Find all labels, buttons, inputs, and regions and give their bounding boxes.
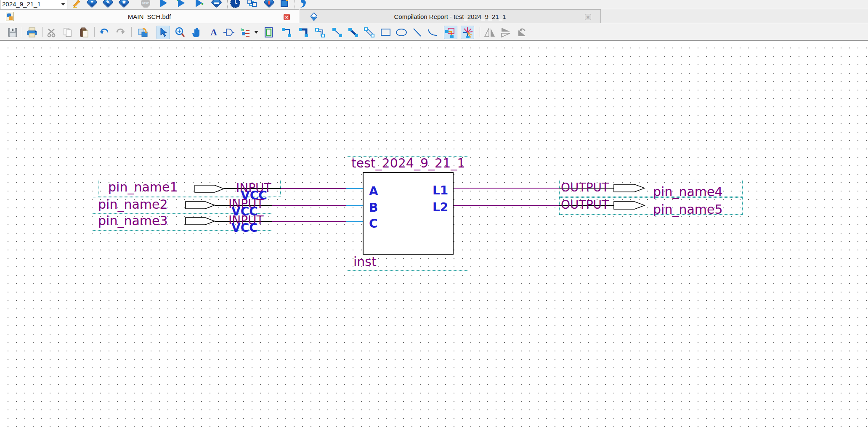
analysis-synthesis-button[interactable]: = xyxy=(86,0,99,9)
zoom-tool-button[interactable] xyxy=(173,26,187,39)
input-pin-1-symbol[interactable] xyxy=(194,185,225,193)
output-pin-4-name[interactable]: pin_name4 xyxy=(653,186,723,198)
bus-line-tool-button[interactable] xyxy=(347,26,360,39)
selection-tool-button[interactable] xyxy=(157,26,170,39)
output-pin-5-direction-label: OUTPUT xyxy=(561,199,609,211)
detach-window-button[interactable] xyxy=(136,26,150,39)
ellipse-tool-button[interactable] xyxy=(395,26,408,39)
quartus-window: 2024_9_21_1 = ✎ ✖ STOP ✓ ● ▬ ▮ xyxy=(0,0,868,428)
tab-compilation-report-title: Compilation Report - test_2024_9_21_1 xyxy=(300,13,600,20)
node-line-tool-button[interactable] xyxy=(331,26,344,39)
save-button[interactable] xyxy=(6,26,19,39)
schematic-toolbar: A in xyxy=(0,23,868,41)
toolbar-separator xyxy=(42,27,42,37)
line-tool-button[interactable] xyxy=(411,26,424,39)
design-assistant-button[interactable]: ▮ xyxy=(263,0,276,9)
print-button[interactable] xyxy=(25,26,39,39)
orthogonal-bus-tool-button[interactable] xyxy=(297,26,311,39)
tab-compilation-report-close-icon[interactable]: ✕ xyxy=(585,14,591,20)
conduit-line-tool-button[interactable] xyxy=(363,26,376,39)
block-port-l2-label: L2 xyxy=(433,202,448,213)
block-port-b-stub[interactable] xyxy=(346,205,363,206)
pan-hand-tool-button[interactable] xyxy=(190,26,204,39)
tab-main-sch[interactable]: MAIN_SCH.bdf ✕ xyxy=(0,9,299,23)
input-pin-1-name[interactable]: pin_name1 xyxy=(108,181,178,194)
stop-compilation-button[interactable]: STOP xyxy=(140,0,153,9)
input-pin-3-default-level-label: VCC xyxy=(231,222,258,234)
fitter-button[interactable]: ✎ xyxy=(102,0,115,9)
copy-button[interactable] xyxy=(61,26,74,39)
cut-button[interactable] xyxy=(45,26,59,39)
net-wire-b[interactable] xyxy=(272,205,346,206)
block-port-a-label: A xyxy=(369,186,378,197)
main-toolbar: 2024_9_21_1 = ✎ ✖ STOP ✓ ● ▬ ▮ xyxy=(0,0,868,9)
netlist-viewer-button[interactable] xyxy=(247,0,259,9)
schematic-canvas[interactable]: pin_name1 INPUT VCC pin_name2 INPUT VCC … xyxy=(0,41,868,428)
assignment-editor-icon[interactable] xyxy=(71,0,83,9)
block-port-l1-label: L1 xyxy=(433,185,448,197)
stop-sign-icon: STOP xyxy=(141,0,150,8)
tcl-console-button[interactable] xyxy=(298,0,311,9)
output-pin-5-name[interactable]: pin_name5 xyxy=(653,203,723,216)
paste-button[interactable] xyxy=(77,26,91,39)
start-analysis-button[interactable]: ✓ xyxy=(175,0,188,9)
revision-combobox-value: 2024_9_21_1 xyxy=(2,0,41,8)
document-tabbar: MAIN_SCH.bdf ✕ Compilation Report - test… xyxy=(0,9,868,23)
pin-tool-button[interactable]: in xyxy=(239,26,252,39)
net-wire-a[interactable] xyxy=(281,188,346,189)
toolbar-separator xyxy=(227,0,228,9)
net-wire-l2[interactable] xyxy=(454,205,559,206)
rubberbanding-toggle-button[interactable] xyxy=(444,26,457,39)
redo-button[interactable] xyxy=(114,26,127,39)
arc-tool-button[interactable] xyxy=(426,26,439,39)
block-port-c-stub[interactable] xyxy=(346,221,363,222)
block-type-name[interactable]: test_2024_9_21_1 xyxy=(351,157,465,170)
block-port-a-stub[interactable] xyxy=(346,188,363,189)
symbol-tool-button[interactable] xyxy=(222,26,236,39)
orthogonal-node-tool-button[interactable] xyxy=(280,26,294,39)
partial-line-selection-toggle-button[interactable] xyxy=(461,26,474,39)
tab-main-sch-title: MAIN_SCH.bdf xyxy=(0,13,299,20)
pin-tool-dropdown-arrow[interactable] xyxy=(252,26,260,39)
pin-planner-button[interactable] xyxy=(279,0,292,9)
input-pin-2-name[interactable]: pin_name2 xyxy=(98,198,168,211)
combobox-dropdown-arrow-icon xyxy=(61,3,65,5)
flip-vertical-button[interactable] xyxy=(499,26,512,39)
text-tool-label: A xyxy=(210,27,217,38)
text-tool-button[interactable]: A xyxy=(207,26,220,39)
timing-analyzer-button[interactable] xyxy=(230,0,242,9)
block-port-c-label: C xyxy=(369,218,378,230)
toolbar-separator xyxy=(295,0,295,9)
output-pin-4-symbol[interactable] xyxy=(613,184,645,192)
start-smart-compilation-button[interactable]: ● xyxy=(193,0,206,9)
input-pin-2-symbol[interactable] xyxy=(185,201,215,209)
tab-compilation-report[interactable]: Compilation Report - test_2024_9_21_1 ✕ xyxy=(300,9,601,23)
toolbar-separator xyxy=(94,27,95,37)
start-compilation-button[interactable] xyxy=(158,0,170,9)
assembler-button[interactable]: ✖ xyxy=(118,0,131,9)
input-pin-3-symbol[interactable] xyxy=(185,217,215,225)
flip-horizontal-button[interactable] xyxy=(483,26,496,39)
revision-combobox[interactable]: 2024_9_21_1 xyxy=(0,0,67,9)
toolbar-separator xyxy=(22,27,22,37)
tab-main-sch-close-icon[interactable]: ✕ xyxy=(284,14,290,20)
orthogonal-conduit-tool-button[interactable] xyxy=(314,26,327,39)
net-wire-l1[interactable] xyxy=(454,188,559,189)
undo-button[interactable] xyxy=(98,26,111,39)
block-port-b-label: B xyxy=(369,202,378,214)
block-instance-name[interactable]: inst xyxy=(353,255,377,268)
rotate-left-button[interactable] xyxy=(515,26,528,39)
block-tool-button[interactable] xyxy=(263,26,276,39)
rectangle-tool-button[interactable] xyxy=(379,26,393,39)
output-pin-4-direction-label: OUTPUT xyxy=(561,182,609,194)
net-wire-c[interactable] xyxy=(272,221,346,222)
output-pin-5-symbol[interactable] xyxy=(613,201,645,210)
svg-text:in: in xyxy=(241,28,244,32)
eda-netlist-writer-button[interactable]: ▬ xyxy=(211,0,223,9)
input-pin-3-name[interactable]: pin_name3 xyxy=(98,215,168,227)
toolbar-separator xyxy=(131,27,132,37)
toolbar-separator xyxy=(480,27,480,37)
